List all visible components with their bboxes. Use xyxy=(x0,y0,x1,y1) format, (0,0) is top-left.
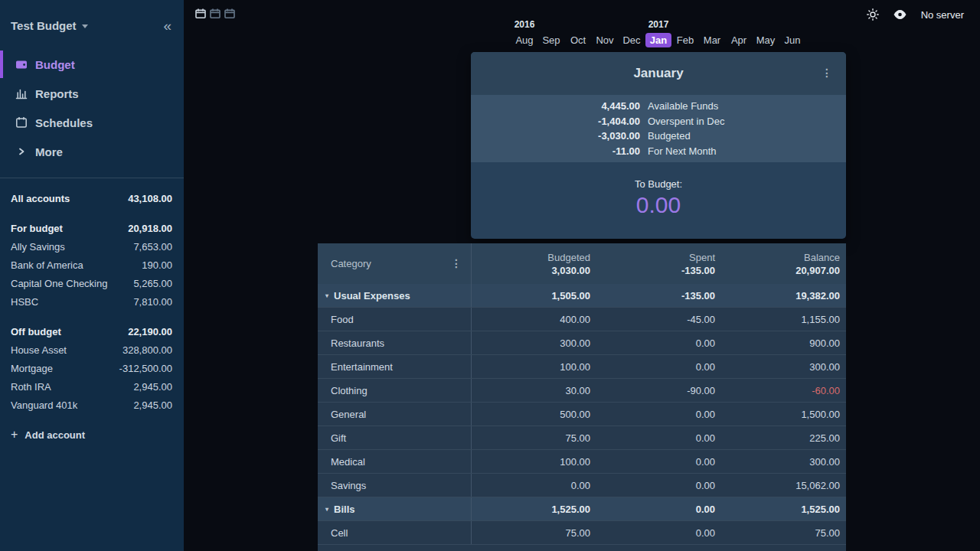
month-menu-kebab-icon[interactable] xyxy=(822,67,832,78)
budgeted-cell[interactable]: 30.00 xyxy=(472,379,596,402)
spent-cell[interactable]: 0.00 xyxy=(596,521,721,544)
budgeted-cell[interactable]: 300.00 xyxy=(472,331,596,354)
sidebar-item-schedules[interactable]: Schedules xyxy=(0,108,184,137)
two-month-view-icon[interactable] xyxy=(210,8,220,21)
account-row-roth-ira[interactable]: Roth IRA2,945.00 xyxy=(11,377,172,396)
sidebar-item-reports[interactable]: Reports xyxy=(0,79,184,108)
category-name-cell[interactable]: Entertainment xyxy=(318,355,472,378)
month-may[interactable]: May xyxy=(753,32,779,48)
category-name-cell[interactable]: Food xyxy=(318,308,472,331)
category-row-food[interactable]: Food400.00-45.001,155.00 xyxy=(318,308,846,331)
category-row-cell[interactable]: Cell75.000.0075.00 xyxy=(318,521,846,545)
balance-cell[interactable]: 900.00 xyxy=(721,331,846,354)
category-name-cell[interactable]: Cell xyxy=(318,521,472,544)
category-name-cell[interactable]: Restaurants xyxy=(318,331,472,354)
month-feb[interactable]: Feb xyxy=(672,32,699,48)
account-row-mortgage[interactable]: Mortgage-312,500.00 xyxy=(11,359,172,377)
budgeted-column-header[interactable]: Budgeted 3,030.00 xyxy=(472,243,596,284)
month-oct[interactable]: Oct xyxy=(565,32,592,48)
balance-cell[interactable]: 1,155.00 xyxy=(721,308,846,331)
budgeted-cell[interactable]: 1,525.00 xyxy=(472,497,596,520)
balance-column-header[interactable]: Balance 20,907.00 xyxy=(721,243,846,284)
budgeted-cell[interactable]: 75.00 xyxy=(472,521,596,544)
budget-name-dropdown[interactable]: Test Budget xyxy=(11,19,88,32)
balance-cell[interactable]: 19,382.00 xyxy=(721,284,846,307)
collapse-group-arrow-icon[interactable] xyxy=(325,292,328,299)
category-name-cell[interactable]: Bills xyxy=(318,497,472,520)
spent-cell[interactable]: -135.00 xyxy=(596,284,721,307)
sidebar-item-budget[interactable]: Budget xyxy=(0,50,184,79)
spent-cell[interactable]: 0.00 xyxy=(596,403,721,425)
month-jan[interactable]: Jan xyxy=(645,32,672,48)
spent-cell[interactable]: 0.00 xyxy=(596,355,721,378)
month-aug[interactable]: Aug xyxy=(511,32,538,48)
account-row-off-budget[interactable]: Off budget22,190.00 xyxy=(11,322,172,341)
balance-cell[interactable]: -60.00 xyxy=(721,379,846,402)
one-month-view-icon[interactable] xyxy=(195,8,206,21)
budgeted-cell[interactable]: 75.00 xyxy=(472,426,596,449)
budget-table-header: Category Budgeted 3,030.00 Spent -135.00… xyxy=(318,243,846,284)
budgeted-cell[interactable]: 100.00 xyxy=(472,450,596,473)
category-name-cell[interactable]: Savings xyxy=(318,474,472,497)
group-row-bills[interactable]: Bills1,525.000.001,525.00 xyxy=(318,497,846,521)
balance-cell[interactable]: 75.00 xyxy=(721,521,846,544)
budgeted-cell[interactable]: 100.00 xyxy=(472,355,596,378)
balance-cell[interactable]: 1,525.00 xyxy=(721,497,846,520)
spent-cell[interactable]: 0.00 xyxy=(596,497,721,520)
category-menu-kebab-icon[interactable] xyxy=(451,258,462,269)
month-sep[interactable]: Sep xyxy=(538,32,565,48)
plus-icon xyxy=(11,429,18,441)
spent-column-header[interactable]: Spent -135.00 xyxy=(596,243,721,284)
account-row-capital-one-checking[interactable]: Capital One Checking5,265.00 xyxy=(11,274,172,292)
month-apr[interactable]: Apr xyxy=(726,32,753,48)
collapse-sidebar-button[interactable] xyxy=(163,18,172,33)
month-dec[interactable]: Dec xyxy=(619,32,645,48)
category-row-medical[interactable]: Medical100.000.00300.00 xyxy=(318,450,846,474)
category-row-entertainment[interactable]: Entertainment100.000.00300.00 xyxy=(318,355,846,379)
category-name-cell[interactable]: Gift xyxy=(318,426,472,449)
group-row-usual-expenses[interactable]: Usual Expenses1,505.00-135.0019,382.00 xyxy=(318,284,846,308)
spent-cell[interactable]: 0.00 xyxy=(596,426,721,449)
budgeted-cell[interactable]: 1,505.00 xyxy=(472,284,596,307)
month-nov[interactable]: Nov xyxy=(592,32,619,48)
balance-cell[interactable]: 300.00 xyxy=(721,355,846,378)
account-row-bank-of-america[interactable]: Bank of America190.00 xyxy=(11,256,172,274)
account-row-all-accounts[interactable]: All accounts43,108.00 xyxy=(11,189,172,207)
balance-cell[interactable]: 300.00 xyxy=(721,450,846,473)
account-row-ally-savings[interactable]: Ally Savings7,653.00 xyxy=(11,237,172,256)
server-status-button[interactable]: No server xyxy=(921,9,964,21)
category-row-general[interactable]: General500.000.001,500.00 xyxy=(318,403,846,426)
spent-cell[interactable]: 0.00 xyxy=(596,331,721,354)
to-budget-amount[interactable]: 0.00 xyxy=(636,192,681,218)
category-row-restaurants[interactable]: Restaurants300.000.00900.00 xyxy=(318,331,846,355)
spent-cell[interactable]: 0.00 xyxy=(596,450,721,473)
budgeted-cell[interactable]: 400.00 xyxy=(472,308,596,331)
balance-cell[interactable]: 225.00 xyxy=(721,426,846,449)
month-mar[interactable]: Mar xyxy=(699,32,726,48)
spent-cell[interactable]: -90.00 xyxy=(596,379,721,402)
month-jun[interactable]: Jun xyxy=(779,32,806,48)
account-row-house-asset[interactable]: House Asset328,800.00 xyxy=(11,341,172,359)
balance-cell[interactable]: 15,062.00 xyxy=(721,474,846,497)
theme-sun-icon[interactable] xyxy=(867,8,879,21)
sidebar-item-more[interactable]: More xyxy=(0,137,184,166)
budgeted-cell[interactable]: 0.00 xyxy=(472,474,596,497)
collapse-group-arrow-icon[interactable] xyxy=(325,506,328,513)
category-row-gift[interactable]: Gift75.000.00225.00 xyxy=(318,426,846,450)
account-row-hsbc[interactable]: HSBC7,810.00 xyxy=(11,292,172,311)
category-name-cell[interactable]: General xyxy=(318,403,472,425)
category-row-clothing[interactable]: Clothing30.00-90.00-60.00 xyxy=(318,379,846,403)
budgeted-cell[interactable]: 500.00 xyxy=(472,403,596,425)
add-account-button[interactable]: Add account xyxy=(11,425,172,444)
account-row-for-budget[interactable]: For budget20,918.00 xyxy=(11,219,172,237)
account-row-vanguard-401k[interactable]: Vanguard 401k2,945.00 xyxy=(11,396,172,414)
spent-cell[interactable]: 0.00 xyxy=(596,474,721,497)
category-name-cell[interactable]: Medical xyxy=(318,450,472,473)
balance-cell[interactable]: 1,500.00 xyxy=(721,403,846,425)
privacy-eye-icon[interactable] xyxy=(893,9,907,20)
category-name-cell[interactable]: Clothing xyxy=(318,379,472,402)
category-row-savings[interactable]: Savings0.000.0015,062.00 xyxy=(318,474,846,497)
three-month-view-icon[interactable] xyxy=(224,8,235,21)
category-name-cell[interactable]: Usual Expenses xyxy=(318,284,472,307)
spent-cell[interactable]: -45.00 xyxy=(596,308,721,331)
